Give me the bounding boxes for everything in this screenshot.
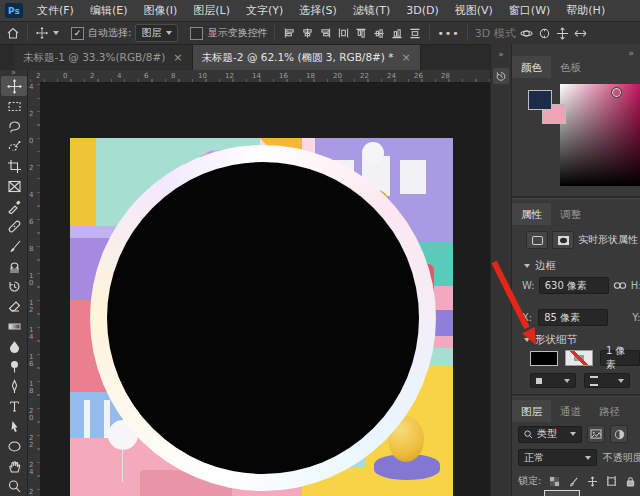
tool-object-selection[interactable] bbox=[1, 136, 27, 156]
stroke-color-swatch[interactable] bbox=[565, 350, 593, 366]
lasso-icon bbox=[7, 119, 22, 134]
menu-window[interactable]: 窗口(W) bbox=[501, 0, 558, 21]
tool-pen[interactable] bbox=[1, 376, 27, 396]
tool-dodge[interactable] bbox=[1, 356, 27, 376]
shape-details-section-header[interactable]: 形状细节 bbox=[524, 333, 577, 347]
menu-edit[interactable]: 编辑(E) bbox=[82, 0, 136, 21]
align-middle-v-icon[interactable] bbox=[372, 26, 386, 40]
tool-hand[interactable] bbox=[1, 456, 27, 476]
transform-section-header[interactable]: 边框 bbox=[524, 259, 556, 273]
photo-frame bbox=[400, 160, 426, 194]
menu-help[interactable]: 帮助(H) bbox=[558, 0, 613, 21]
link-dimensions-icon[interactable] bbox=[613, 281, 627, 290]
canvas-area[interactable]: 2 0 2 4 6 8 10 12 14 16 18 20 22 24 26 2… bbox=[28, 70, 490, 496]
align-top-icon[interactable] bbox=[354, 26, 368, 40]
tool-history-brush[interactable] bbox=[1, 276, 27, 296]
menu-3d[interactable]: 3D(D) bbox=[398, 0, 447, 21]
lock-paint-icon[interactable] bbox=[568, 476, 579, 487]
menu-filter[interactable]: 滤镜(T) bbox=[345, 0, 398, 21]
tab-adjustments[interactable]: 调整 bbox=[551, 203, 590, 225]
tool-ellipse-shape[interactable] bbox=[1, 436, 27, 456]
tool-crop[interactable] bbox=[1, 156, 27, 176]
distribute-h-icon[interactable] bbox=[336, 26, 350, 40]
lock-position-icon[interactable] bbox=[587, 476, 598, 487]
document-tab-untitled-1[interactable]: 未标题-1 @ 33.3%(RGB/8#) × bbox=[14, 45, 193, 70]
tool-path-selection[interactable] bbox=[1, 416, 27, 436]
ruler-label: 0 bbox=[63, 72, 67, 80]
menu-type[interactable]: 文字(Y) bbox=[238, 0, 291, 21]
tool-frame[interactable] bbox=[1, 176, 27, 196]
dock-collapse-icon[interactable]: » bbox=[628, 48, 634, 58]
tab-swatches[interactable]: 色板 bbox=[551, 56, 590, 78]
tool-rectangular-marquee[interactable] bbox=[1, 96, 27, 116]
lock-artboard-icon[interactable] bbox=[606, 476, 617, 487]
move-tool-icon[interactable] bbox=[35, 26, 49, 40]
shape-mask-props-button[interactable] bbox=[552, 231, 574, 249]
tool-eyedropper[interactable] bbox=[1, 196, 27, 216]
distribute-v-icon[interactable] bbox=[408, 26, 422, 40]
align-right-icon[interactable] bbox=[318, 26, 332, 40]
stroke-width-input[interactable]: 1 像素 bbox=[600, 350, 640, 366]
pasteboard[interactable] bbox=[40, 82, 490, 496]
foreground-color-swatch[interactable] bbox=[528, 90, 552, 110]
document-image[interactable] bbox=[70, 138, 453, 496]
tool-spot-healing-brush[interactable] bbox=[1, 216, 27, 236]
history-panel-button[interactable] bbox=[493, 68, 509, 84]
options-bar: ✓ 自动选择: 图层 显示变换控件 ••• 3D 模式 bbox=[0, 22, 640, 45]
layer-thumbnail[interactable] bbox=[544, 490, 580, 496]
menu-view[interactable]: 视图(V) bbox=[447, 0, 501, 21]
3d-roll-icon bbox=[538, 26, 552, 40]
fill-color-swatch[interactable] bbox=[530, 351, 558, 366]
lock-transparent-icon[interactable] bbox=[549, 476, 560, 487]
close-icon[interactable]: × bbox=[173, 51, 182, 64]
show-transform-label: 显示变换控件 bbox=[207, 26, 267, 40]
tool-move[interactable] bbox=[1, 76, 27, 96]
tool-zoom[interactable] bbox=[1, 476, 27, 496]
auto-select-target-dropdown[interactable]: 图层 bbox=[135, 24, 178, 42]
opacity-label: 不透明度: bbox=[603, 451, 640, 465]
chevron-down-icon[interactable] bbox=[53, 31, 59, 35]
tool-brush[interactable] bbox=[1, 236, 27, 256]
shape-rect-props-button[interactable] bbox=[526, 231, 548, 249]
filter-pixel-layers-button[interactable] bbox=[587, 425, 605, 443]
layer-filter-dropdown[interactable]: 类型 bbox=[518, 426, 582, 443]
tab-paths[interactable]: 路径 bbox=[590, 400, 629, 422]
tool-eraser[interactable] bbox=[1, 296, 27, 316]
lock-all-icon[interactable] bbox=[625, 476, 636, 487]
menu-file[interactable]: 文件(F) bbox=[29, 0, 82, 21]
home-icon[interactable] bbox=[6, 26, 20, 40]
blend-mode-value: 正常 bbox=[524, 451, 544, 465]
width-input[interactable]: 630 像素 bbox=[539, 277, 609, 294]
tool-blur[interactable] bbox=[1, 336, 27, 356]
color-field-marker[interactable] bbox=[611, 87, 622, 98]
align-left-icon[interactable] bbox=[282, 26, 296, 40]
tab-color[interactable]: 颜色 bbox=[512, 56, 551, 78]
tab-properties[interactable]: 属性 bbox=[512, 203, 551, 225]
dock-collapse-icon[interactable]: » bbox=[498, 49, 504, 59]
tool-clone-stamp[interactable] bbox=[1, 256, 27, 276]
stroke-align-dropdown[interactable] bbox=[584, 373, 630, 388]
menu-select[interactable]: 选择(S) bbox=[291, 0, 345, 21]
tab-channels[interactable]: 通道 bbox=[551, 400, 590, 422]
separator bbox=[27, 25, 28, 41]
show-transform-checkbox[interactable] bbox=[190, 27, 203, 40]
x-input[interactable]: 85 像素 bbox=[538, 309, 608, 326]
tool-type[interactable] bbox=[1, 396, 27, 416]
stroke-type-dropdown[interactable] bbox=[530, 373, 576, 388]
blend-mode-dropdown[interactable]: 正常 bbox=[518, 449, 597, 466]
auto-select-checkbox[interactable]: ✓ bbox=[71, 27, 84, 40]
ellipse-icon bbox=[7, 439, 22, 454]
close-icon[interactable]: × bbox=[402, 51, 411, 64]
color-field[interactable] bbox=[560, 84, 640, 186]
tab-layers[interactable]: 图层 bbox=[512, 400, 551, 422]
document-tab-untitled-2[interactable]: 未标题-2 @ 62.1% (椭圆 3, RGB/8#) * × bbox=[193, 45, 421, 70]
tool-lasso[interactable] bbox=[1, 116, 27, 136]
more-options-button[interactable]: ••• bbox=[437, 27, 459, 40]
menu-image[interactable]: 图像(I) bbox=[135, 0, 185, 21]
ellipse-shape-layer[interactable] bbox=[107, 162, 419, 474]
menu-layer[interactable]: 图层(L) bbox=[185, 0, 238, 21]
tool-gradient[interactable] bbox=[1, 316, 27, 336]
filter-adjustment-layers-button[interactable] bbox=[610, 425, 628, 443]
align-bottom-icon[interactable] bbox=[390, 26, 404, 40]
align-center-h-icon[interactable] bbox=[300, 26, 314, 40]
